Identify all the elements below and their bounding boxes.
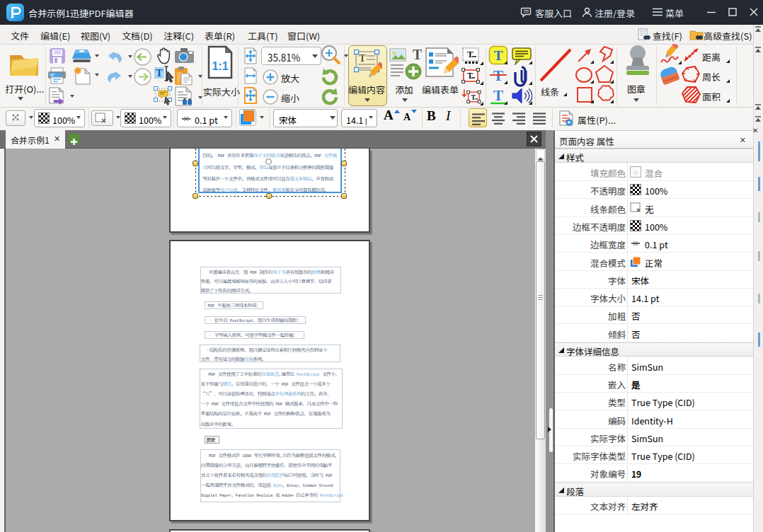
svg-text:1:1: 1:1 (212, 60, 228, 72)
svg-text:T: T (467, 49, 474, 59)
svg-text:T: T (156, 67, 163, 79)
svg-text:T: T (494, 48, 503, 63)
svg-text:T: T (471, 93, 476, 101)
svg-text:T: T (467, 71, 473, 81)
svg-text:T: T (413, 47, 422, 62)
svg-text:T: T (493, 87, 503, 104)
svg-text:T: T (359, 53, 366, 64)
